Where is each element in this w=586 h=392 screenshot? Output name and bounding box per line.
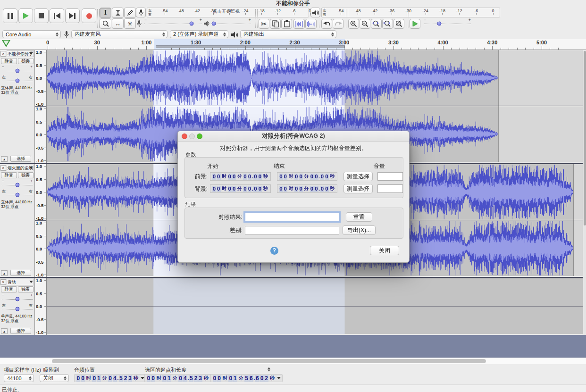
- time-digit[interactable]: 0: [228, 186, 232, 192]
- track-collapse-button[interactable]: ▲: [1, 328, 8, 334]
- time-digit[interactable]: 1: [97, 375, 101, 382]
- undo-button[interactable]: [321, 19, 332, 29]
- playback-volume-slider[interactable]: − +: [212, 20, 251, 27]
- recording-device-select[interactable]: 内建麦克风: [71, 30, 167, 38]
- contrast-result-input[interactable]: [245, 213, 339, 221]
- track-solo-button[interactable]: 独奏: [18, 58, 34, 64]
- slider-thumb[interactable]: [15, 193, 19, 197]
- time-digit[interactable]: 0: [294, 174, 298, 180]
- timeshift-tool-button[interactable]: ↔: [112, 18, 124, 29]
- waveform-canvas[interactable]: [47, 50, 583, 106]
- time-digit[interactable]: 0: [310, 186, 314, 192]
- stop-button[interactable]: [34, 8, 49, 23]
- time-digit[interactable]: 5: [119, 375, 123, 382]
- playback-device-select[interactable]: 内建输出: [240, 30, 336, 38]
- track-pan-slider[interactable]: 左右: [2, 189, 33, 198]
- track-pan-slider[interactable]: 左右: [2, 303, 33, 312]
- time-digit[interactable]: 0: [258, 174, 262, 180]
- play-at-speed-button[interactable]: [410, 19, 420, 29]
- time-digit[interactable]: 3: [128, 375, 132, 382]
- track-select-button[interactable]: 选择: [10, 270, 31, 276]
- recording-channels-select[interactable]: 2 (立体声) 录制声道: [170, 30, 228, 38]
- dialog-titlebar[interactable]: 对照分析(符合WCAG 2): [178, 131, 409, 142]
- foreground-volume-input[interactable]: [377, 172, 403, 181]
- time-decimal[interactable]: .: [187, 375, 189, 382]
- pause-button[interactable]: [3, 8, 17, 23]
- time-digit[interactable]: 6: [249, 375, 253, 382]
- time-digit[interactable]: 0: [258, 186, 262, 192]
- record-button[interactable]: [82, 8, 96, 23]
- slider-thumb[interactable]: [15, 183, 19, 187]
- background-end-field[interactable]: 00时00分00.00秒: [277, 184, 337, 193]
- zoom-out-button[interactable]: [360, 19, 370, 29]
- time-decimal[interactable]: .: [117, 375, 118, 382]
- track-vertical-ruler[interactable]: 1.00.50.0-0.5-1.01.00.50.0-0.5-1.0: [35, 164, 47, 277]
- track-close-button[interactable]: ×: [0, 279, 6, 285]
- time-digit[interactable]: 0: [284, 174, 287, 180]
- foreground-end-field[interactable]: 00时00分00.00秒: [277, 172, 337, 181]
- skip-end-button[interactable]: [65, 8, 80, 23]
- audio-position-field[interactable]: 00时01分04.523秒: [74, 374, 146, 382]
- track-gain-slider[interactable]: −+: [2, 293, 33, 302]
- time-digit[interactable]: 1: [233, 375, 237, 382]
- slider-thumb[interactable]: [15, 79, 19, 83]
- time-digit[interactable]: 0: [299, 174, 302, 180]
- horizontal-scroll-thumb[interactable]: [52, 359, 486, 363]
- toolbar-grip[interactable]: [407, 9, 409, 28]
- help-button[interactable]: ?: [270, 247, 278, 255]
- time-digit[interactable]: 0: [253, 186, 257, 192]
- slider-thumb[interactable]: [437, 22, 442, 26]
- time-digit[interactable]: 0: [228, 375, 233, 382]
- time-digit[interactable]: 3: [198, 375, 202, 382]
- time-digit[interactable]: 1: [167, 375, 171, 382]
- draw-tool-button[interactable]: [124, 8, 136, 18]
- time-digit[interactable]: 0: [325, 186, 328, 192]
- time-digit[interactable]: 0: [299, 186, 302, 192]
- time-digit[interactable]: 0: [92, 375, 96, 382]
- time-digit[interactable]: 0: [232, 174, 236, 180]
- export-button[interactable]: 导出(X)...: [343, 225, 376, 235]
- toolbar-grip[interactable]: [255, 9, 258, 28]
- silence-audio-button[interactable]: [305, 19, 317, 29]
- track-mute-button[interactable]: 静音: [1, 172, 17, 178]
- selection-length-field[interactable]: 00时01分56.602秒: [210, 374, 283, 382]
- vertical-scrollbar[interactable]: [583, 50, 586, 335]
- reset-button[interactable]: 重置: [346, 212, 372, 222]
- time-digit[interactable]: 5: [244, 375, 249, 382]
- track-title-menu[interactable]: 烟火里的尘埃: [7, 165, 34, 171]
- time-digit[interactable]: 0: [253, 174, 257, 180]
- time-digit[interactable]: 0: [284, 186, 287, 192]
- playback-speed-slider[interactable]: − +: [424, 20, 471, 27]
- track-waveform-area[interactable]: [47, 278, 583, 335]
- measure-foreground-button[interactable]: 测量选择: [343, 172, 373, 181]
- close-traffic-light[interactable]: [182, 133, 187, 139]
- track-solo-button[interactable]: 独奏: [18, 286, 34, 292]
- time-digit[interactable]: 0: [248, 174, 251, 180]
- copy-button[interactable]: [270, 19, 281, 29]
- track-gain-slider[interactable]: −+: [2, 179, 33, 188]
- vertical-scroll-thumb[interactable]: [584, 51, 586, 225]
- track-select-button[interactable]: 选择: [10, 328, 31, 334]
- time-digit[interactable]: 0: [217, 186, 220, 192]
- track-collapse-button[interactable]: ▲: [1, 270, 8, 276]
- track-vertical-ruler[interactable]: 1.00.50.0-0.5-1.01.00.50.0-0.5-1.0: [35, 50, 47, 163]
- time-digit[interactable]: 6: [255, 375, 260, 382]
- redo-button[interactable]: [333, 19, 343, 29]
- recording-volume-slider[interactable]: − +: [144, 20, 202, 27]
- time-digit[interactable]: 0: [212, 186, 216, 192]
- time-digit[interactable]: 0: [212, 174, 216, 180]
- slider-thumb[interactable]: [212, 22, 216, 26]
- project-rate-select[interactable]: 44100: [4, 374, 34, 382]
- zoom-fit-button[interactable]: [382, 19, 393, 29]
- slider-thumb[interactable]: [190, 22, 194, 26]
- cut-button[interactable]: ✂: [259, 19, 269, 29]
- time-digit[interactable]: 0: [314, 174, 318, 180]
- zoom-selection-button[interactable]: [371, 19, 382, 29]
- time-digit[interactable]: 2: [194, 375, 198, 382]
- time-digit[interactable]: 0: [243, 174, 247, 180]
- time-digit[interactable]: 0: [217, 174, 220, 180]
- selection-tool-button[interactable]: I: [100, 8, 111, 18]
- slider-thumb[interactable]: [15, 297, 19, 301]
- time-digit[interactable]: 0: [243, 186, 247, 192]
- dropdown-arrow-icon[interactable]: [141, 377, 144, 379]
